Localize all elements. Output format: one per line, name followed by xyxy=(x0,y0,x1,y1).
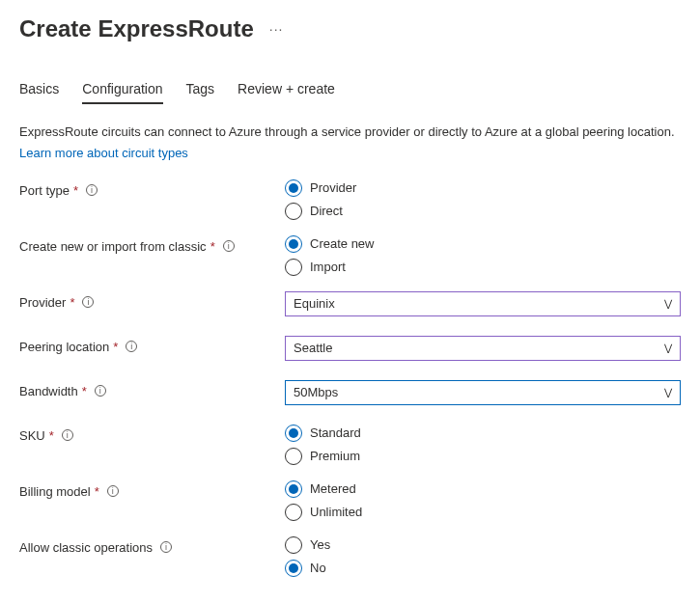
radio-label: Create new xyxy=(310,236,374,251)
provider-select[interactable]: Equinix ⋁ xyxy=(285,291,681,316)
allow-classic-no-radio[interactable]: No xyxy=(285,560,681,577)
sku-standard-radio[interactable]: Standard xyxy=(285,425,681,442)
required-marker: * xyxy=(210,239,215,254)
billing-model-label: Billing model xyxy=(19,484,91,499)
radio-label: No xyxy=(310,561,326,575)
chevron-down-icon: ⋁ xyxy=(664,387,672,397)
tab-review-create[interactable]: Review + create xyxy=(238,75,335,104)
intro-text: ExpressRoute circuits can connect to Azu… xyxy=(19,123,681,142)
radio-label: Provider xyxy=(310,180,356,195)
peering-location-select[interactable]: Seattle ⋁ xyxy=(285,336,681,361)
radio-icon xyxy=(285,259,302,276)
radio-label: Import xyxy=(310,260,346,274)
info-icon[interactable]: i xyxy=(223,240,235,252)
tab-configuration[interactable]: Configuration xyxy=(82,75,162,104)
select-value: 50Mbps xyxy=(294,385,338,399)
info-icon[interactable]: i xyxy=(62,429,73,441)
info-icon[interactable]: i xyxy=(160,541,172,553)
allow-classic-yes-radio[interactable]: Yes xyxy=(285,536,681,554)
create-new-radio[interactable]: Create new xyxy=(285,235,681,253)
select-value: Seattle xyxy=(294,341,332,355)
radio-icon xyxy=(285,560,302,577)
radio-label: Premium xyxy=(310,449,360,463)
billing-metered-radio[interactable]: Metered xyxy=(285,480,681,498)
billing-unlimited-radio[interactable]: Unlimited xyxy=(285,504,681,521)
peering-location-label: Peering location xyxy=(19,340,109,354)
page-title: Create ExpressRoute xyxy=(19,15,254,42)
sku-label: SKU xyxy=(19,428,45,443)
required-marker: * xyxy=(82,384,87,398)
port-type-label: Port type xyxy=(19,183,70,198)
radio-icon xyxy=(285,179,302,197)
chevron-down-icon: ⋁ xyxy=(664,298,672,309)
required-marker: * xyxy=(70,295,74,310)
port-type-direct-radio[interactable]: Direct xyxy=(285,203,681,220)
radio-icon xyxy=(285,480,302,498)
radio-label: Unlimited xyxy=(310,505,362,519)
radio-icon xyxy=(285,425,302,442)
info-icon[interactable]: i xyxy=(126,341,137,352)
info-icon[interactable]: i xyxy=(82,296,94,308)
required-marker: * xyxy=(113,340,118,354)
tab-tags[interactable]: Tags xyxy=(186,75,215,104)
info-icon[interactable]: i xyxy=(86,184,98,196)
radio-icon xyxy=(285,448,302,465)
info-icon[interactable]: i xyxy=(107,485,119,497)
required-marker: * xyxy=(49,428,54,443)
import-radio[interactable]: Import xyxy=(285,259,681,276)
sku-premium-radio[interactable]: Premium xyxy=(285,448,681,465)
radio-label: Metered xyxy=(310,481,356,496)
tab-bar: Basics Configuration Tags Review + creat… xyxy=(19,75,681,105)
required-marker: * xyxy=(95,484,99,499)
radio-label: Standard xyxy=(310,425,361,440)
select-value: Equinix xyxy=(294,296,335,311)
create-import-label: Create new or import from classic xyxy=(19,239,207,254)
radio-icon xyxy=(285,203,302,220)
radio-icon xyxy=(285,235,302,253)
bandwidth-select[interactable]: 50Mbps ⋁ xyxy=(285,380,681,405)
radio-icon xyxy=(285,504,302,521)
radio-label: Yes xyxy=(310,537,330,552)
radio-label: Direct xyxy=(310,204,343,218)
info-icon[interactable]: i xyxy=(95,385,106,397)
port-type-provider-radio[interactable]: Provider xyxy=(285,179,681,197)
bandwidth-label: Bandwidth xyxy=(19,384,78,398)
provider-label: Provider xyxy=(19,295,66,310)
allow-classic-label: Allow classic operations xyxy=(19,540,153,555)
radio-icon xyxy=(285,536,302,554)
tab-basics[interactable]: Basics xyxy=(19,75,59,104)
chevron-down-icon: ⋁ xyxy=(664,343,672,353)
more-actions-button[interactable]: ··· xyxy=(269,21,284,37)
learn-more-link[interactable]: Learn more about circuit types xyxy=(19,146,188,160)
required-marker: * xyxy=(73,183,78,198)
